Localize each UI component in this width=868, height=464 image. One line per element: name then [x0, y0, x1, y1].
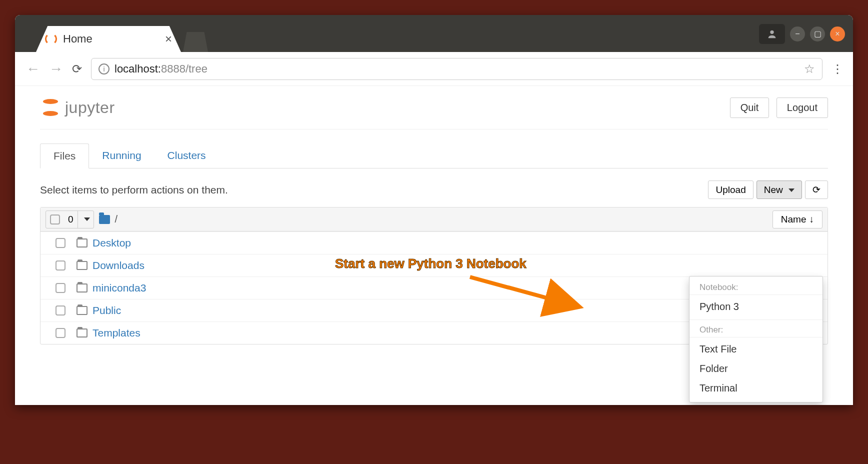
refresh-icon: ⟳ [812, 184, 820, 195]
back-button[interactable]: ← [26, 61, 40, 77]
select-all[interactable]: 0 [46, 210, 94, 228]
close-window-button[interactable]: × [830, 26, 845, 42]
breadcrumb[interactable]: / [115, 214, 118, 225]
info-icon[interactable]: i [98, 64, 110, 74]
new-folder[interactable]: Folder [690, 359, 822, 378]
close-tab-icon[interactable]: × [165, 32, 172, 46]
item-name[interactable]: Public [92, 304, 121, 316]
folder-icon [76, 238, 88, 248]
refresh-button[interactable]: ⟳ [805, 180, 828, 199]
maximize-button[interactable]: ▢ [810, 26, 825, 42]
list-header: 0 / Name ↓ [40, 208, 828, 232]
browser-toolbar: ← → ⟳ i localhost:8888/tree ☆ ⋮ [15, 52, 853, 86]
jupyter-page: jupyter Quit Logout Files Running Cluste… [15, 86, 853, 344]
page-header: jupyter Quit Logout [40, 86, 828, 130]
folder-icon [76, 306, 88, 315]
checkbox-icon[interactable] [56, 328, 66, 338]
titlebar: Home × − ▢ × [15, 15, 853, 52]
tab-running[interactable]: Running [89, 144, 154, 168]
svg-point-0 [770, 30, 774, 34]
new-text-file[interactable]: Text File [690, 340, 822, 359]
reload-button[interactable]: ⟳ [72, 62, 82, 76]
quit-button[interactable]: Quit [730, 98, 770, 118]
new-tab-button[interactable] [183, 32, 208, 52]
sort-arrow-icon: ↓ [810, 214, 814, 225]
user-icon [766, 28, 778, 40]
item-name[interactable]: Templates [92, 327, 140, 339]
logout-button[interactable]: Logout [776, 98, 828, 118]
browser-window: Home × − ▢ × ← → ⟳ i localhost:8888/tree… [15, 15, 853, 405]
sort-by-name[interactable]: Name ↓ [772, 210, 822, 228]
browser-tab[interactable]: Home × [36, 26, 181, 52]
item-name[interactable]: miniconda3 [92, 282, 146, 294]
checkbox-icon[interactable] [56, 238, 66, 248]
hint-text: Select items to perform actions on them. [40, 184, 228, 196]
address-bar[interactable]: i localhost:8888/tree ☆ [91, 58, 822, 80]
checkbox-icon[interactable] [56, 306, 66, 316]
bookmark-icon[interactable]: ☆ [804, 62, 815, 76]
upload-button[interactable]: Upload [708, 180, 753, 199]
forward-button[interactable]: → [49, 61, 63, 77]
checkbox-icon[interactable] [56, 283, 66, 293]
dropdown-section-notebook: Notebook: [690, 280, 822, 295]
browser-menu-icon[interactable]: ⋮ [832, 62, 842, 76]
new-dropdown: Notebook: Python 3 Other: Text File Fold… [689, 276, 823, 402]
jupyter-mark-icon [40, 97, 61, 118]
item-name[interactable]: Desktop [92, 237, 131, 249]
selected-count: 0 [64, 214, 78, 225]
tab-clusters[interactable]: Clusters [154, 144, 219, 168]
dropdown-section-other: Other: [690, 323, 822, 338]
folder-icon [76, 284, 88, 292]
tab-files[interactable]: Files [40, 144, 89, 168]
list-item[interactable]: Downloads [40, 254, 828, 276]
folder-icon [99, 215, 110, 224]
jupyter-favicon-icon [45, 33, 57, 45]
jupyter-wordmark: jupyter [65, 98, 115, 117]
window-controls: − ▢ × [759, 24, 845, 44]
list-item[interactable]: Desktop [40, 232, 828, 254]
jupyter-logo[interactable]: jupyter [40, 97, 115, 118]
minimize-button[interactable]: − [790, 26, 805, 42]
checkbox-icon[interactable] [56, 260, 66, 270]
divider [690, 320, 822, 320]
sort-label: Name [781, 214, 806, 225]
url-text: localhost:8888/tree [114, 62, 208, 76]
new-button[interactable]: New [756, 180, 802, 199]
caret-down-icon [788, 188, 794, 192]
profile-button[interactable] [759, 24, 785, 44]
folder-icon [76, 261, 88, 270]
tab-title: Home [63, 32, 159, 46]
new-python3-notebook[interactable]: Python 3 [690, 297, 822, 316]
page-tabs: Files Running Clusters [40, 144, 828, 168]
item-name[interactable]: Downloads [92, 260, 144, 272]
folder-icon [76, 328, 88, 338]
actions-row: Select items to perform actions on them.… [40, 168, 828, 207]
caret-down-icon [84, 218, 90, 221]
new-terminal[interactable]: Terminal [690, 378, 822, 398]
checkbox-icon [50, 214, 60, 224]
new-button-label: New [764, 184, 783, 195]
